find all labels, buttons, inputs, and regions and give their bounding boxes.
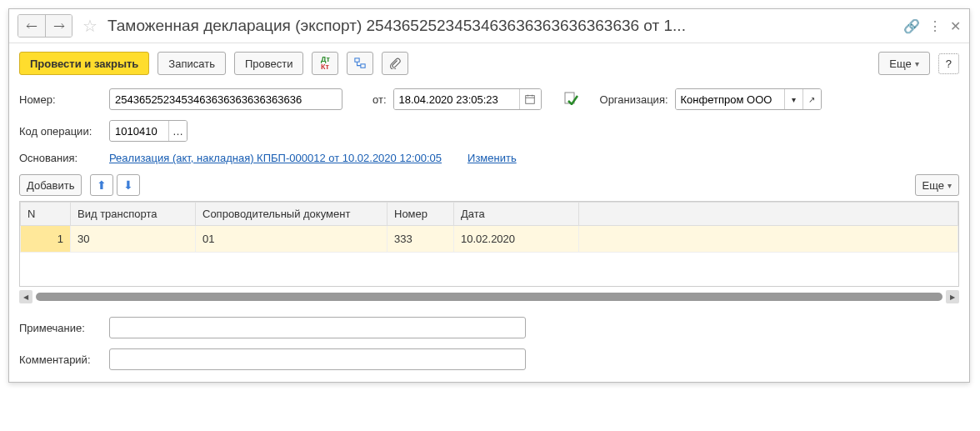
number-label: Номер: [19,93,102,106]
forward-button[interactable]: 🡒 [45,15,72,37]
window-title: Таможенная декларация (экспорт) 25436525… [108,17,898,35]
grid-empty-area [20,253,958,286]
comment-label: Комментарий: [19,353,102,366]
opcode-label: Код операции: [19,125,102,138]
basis-change-link[interactable]: Изменить [468,152,517,164]
org-dropdown-icon[interactable]: ▾ [784,89,802,109]
opcode-input[interactable] [110,121,168,141]
date-input[interactable] [394,89,519,109]
col-n[interactable]: N [21,203,71,226]
table-toolbar: Добавить ⬆ ⬇ Еще [9,169,969,201]
org-label: Организация: [600,93,668,106]
post-and-close-button[interactable]: Провести и закрыть [19,52,149,75]
cell-n[interactable]: 1 [21,226,71,253]
posted-status-icon [563,90,578,108]
calendar-icon[interactable] [519,89,541,109]
scroll-left-icon[interactable]: ◀ [19,290,32,303]
note-label: Примечание: [19,322,102,334]
cell-doc[interactable]: 01 [196,226,388,253]
back-button[interactable]: 🡐 [18,15,45,37]
cell-num[interactable]: 333 [388,226,454,253]
col-num[interactable]: Номер [388,203,454,226]
basis-label: Основания: [19,152,102,164]
titlebar: 🡐 🡒 ☆ Таможенная декларация (экспорт) 25… [9,9,969,43]
write-button[interactable]: Записать [158,52,226,75]
org-input[interactable] [676,89,784,109]
basis-link[interactable]: Реализация (акт, накладная) КПБП-000012 … [109,152,442,164]
cell-date[interactable]: 10.02.2020 [454,226,579,253]
number-input[interactable] [109,88,342,110]
scroll-right-icon[interactable]: ▶ [946,290,959,303]
data-grid: N Вид транспорта Сопроводительный докуме… [19,201,959,287]
date-label: от: [372,93,387,106]
link-icon[interactable]: 🔗 [903,18,920,34]
dtkt-button[interactable]: ДтКт [312,52,338,75]
more-button[interactable]: Еще [878,52,929,75]
col-transport[interactable]: Вид транспорта [71,203,196,226]
scroll-track[interactable] [36,293,942,301]
svg-rect-1 [361,64,365,68]
svg-rect-2 [526,96,535,104]
org-open-icon[interactable]: ↗ [802,89,821,109]
add-button[interactable]: Добавить [19,174,82,196]
structure-button[interactable] [347,52,373,75]
attach-button[interactable] [382,52,408,75]
cell-transport[interactable]: 30 [71,226,196,253]
col-empty [579,203,958,226]
favorite-star-icon[interactable]: ☆ [82,16,98,36]
table-row[interactable]: 1 30 01 333 10.02.2020 [21,226,958,253]
move-up-button[interactable]: ⬆ [90,174,113,196]
table-header-row: N Вид транспорта Сопроводительный докуме… [21,203,958,226]
comment-input[interactable] [109,348,526,370]
horizontal-scrollbar[interactable]: ◀ ▶ [19,290,959,303]
svg-rect-0 [355,58,359,62]
move-down-button[interactable]: ⬇ [117,174,140,196]
help-button[interactable]: ? [938,53,959,74]
opcode-select-icon[interactable]: … [168,121,187,141]
main-toolbar: Провести и закрыть Записать Провести ДтК… [9,43,969,83]
table-more-button[interactable]: Еще [915,174,959,196]
col-doc[interactable]: Сопроводительный документ [196,203,388,226]
close-icon[interactable]: ✕ [950,18,961,34]
note-input[interactable] [109,317,526,338]
nav-group: 🡐 🡒 [18,14,72,38]
kebab-menu-icon[interactable]: ⋮ [928,18,942,34]
post-button[interactable]: Провести [234,52,304,75]
cell-empty [579,226,958,253]
col-date[interactable]: Дата [454,203,579,226]
